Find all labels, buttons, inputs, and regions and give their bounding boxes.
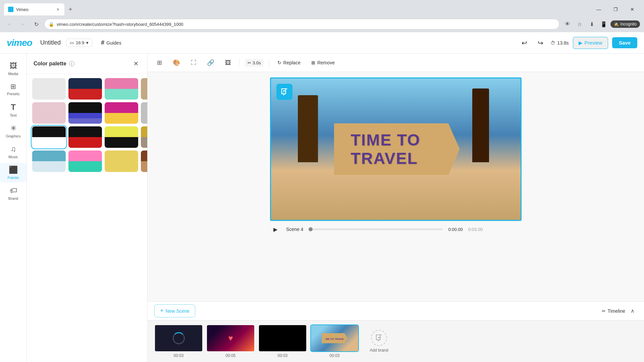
save-button[interactable]: Save bbox=[612, 37, 637, 48]
vimeo-favicon bbox=[8, 7, 13, 12]
add-brand-button[interactable]: Add brand bbox=[362, 324, 396, 358]
eye-off-icon[interactable]: 👁 bbox=[562, 19, 573, 29]
duration-display[interactable]: ✂ 3.0s bbox=[245, 59, 264, 67]
sidebar-item-media[interactable]: 🖼 Media bbox=[0, 59, 26, 78]
back-button[interactable]: ← bbox=[4, 19, 15, 29]
color-tool-button[interactable]: 🎨 bbox=[170, 58, 183, 68]
scene-thumb-1[interactable]: 00:03 bbox=[154, 324, 203, 358]
thumb-time-4: 00:03 bbox=[329, 353, 339, 358]
incognito-chip: 🕵 Incognito bbox=[610, 20, 640, 28]
video-overlay-button[interactable] bbox=[276, 84, 292, 100]
replace-icon: ↻ bbox=[277, 60, 281, 65]
timeline-bar[interactable] bbox=[309, 228, 443, 230]
link-tool-button[interactable]: 🔗 bbox=[204, 58, 217, 68]
scene-controls: ▶ Scene 4 0:00.00 0:03.00 bbox=[270, 221, 522, 237]
sidebar-item-text[interactable]: T Text bbox=[0, 100, 26, 120]
panel-title: Color palette i bbox=[34, 61, 74, 67]
info-icon[interactable]: i bbox=[69, 61, 74, 66]
palette-swatch-s6[interactable] bbox=[68, 102, 102, 124]
palette-swatch-s5[interactable] bbox=[32, 102, 66, 124]
vimeo-logo: vimeo bbox=[7, 38, 32, 48]
color-palette-grid bbox=[27, 74, 147, 176]
thumb-img-4: ME TO TRAVE bbox=[310, 324, 359, 352]
sidebar-item-graphics[interactable]: ✳ Graphics bbox=[0, 121, 26, 141]
play-button[interactable]: ▶ bbox=[270, 224, 281, 235]
palette-swatch-s15[interactable] bbox=[105, 150, 138, 172]
toolbar-divider-1 bbox=[239, 59, 239, 67]
new-scene-button[interactable]: + New Scene bbox=[154, 304, 195, 317]
tab-close-btn[interactable]: ✕ bbox=[55, 7, 60, 12]
forward-button[interactable]: → bbox=[17, 19, 28, 29]
palette-swatch-s12[interactable] bbox=[141, 126, 148, 148]
presets-label: Presets bbox=[7, 92, 19, 96]
color-palette-panel: Color palette i ✕ bbox=[27, 54, 148, 362]
maximize-button[interactable]: ❐ bbox=[608, 4, 623, 15]
download-icon[interactable]: ⬇ bbox=[586, 19, 597, 29]
palette-swatch-s13[interactable] bbox=[32, 150, 66, 172]
canvas-scene-area: TIME TO TRAVEL bbox=[148, 72, 644, 301]
palette-swatch-s7[interactable] bbox=[105, 102, 138, 124]
sidebar-item-presets[interactable]: ⊞ Presets bbox=[0, 80, 26, 99]
palette-swatch-s1[interactable] bbox=[32, 78, 66, 100]
collapse-button[interactable]: ∧ bbox=[628, 306, 637, 316]
address-bar[interactable]: 🔒 vimeo.com/create/customize?hash=storyb… bbox=[44, 19, 559, 29]
palette-swatch-s11[interactable] bbox=[105, 126, 138, 148]
refresh-button[interactable]: ↻ bbox=[31, 19, 42, 29]
main-content: ⊞ 🎨 ⛶ 🔗 🖼 ✂ 3.0s bbox=[148, 54, 644, 362]
replace-button[interactable]: ↻ Replace bbox=[275, 59, 303, 67]
image-icon: 🖼 bbox=[225, 59, 231, 66]
palette-swatch-s3[interactable] bbox=[105, 78, 138, 100]
strip-top-row: + New Scene ✂ Timeline ∧ bbox=[148, 301, 644, 320]
travel-text: TIME TO TRAVEL bbox=[351, 131, 421, 167]
play-icon: ▶ bbox=[273, 226, 277, 233]
video-preview[interactable]: TIME TO TRAVEL bbox=[270, 77, 522, 221]
thumb-time-2: 00:05 bbox=[225, 353, 235, 358]
close-window-button[interactable]: ✕ bbox=[625, 4, 640, 15]
palette-swatch-s14[interactable] bbox=[68, 150, 102, 172]
thumb-img-1 bbox=[154, 324, 203, 352]
fullscreen-tool-button[interactable]: ⛶ bbox=[188, 58, 199, 67]
aspect-ratio-selector[interactable]: ▭ 16:9 ▾ bbox=[66, 39, 92, 47]
scene-thumb-4[interactable]: ME TO TRAVE 00:03 bbox=[310, 324, 359, 358]
palette-swatch-s8[interactable] bbox=[141, 102, 148, 124]
palette-swatch-s9[interactable] bbox=[32, 126, 66, 148]
thumb-dark-1 bbox=[155, 325, 202, 351]
undo-button[interactable]: ↩ bbox=[518, 37, 530, 49]
palette-swatch-s16[interactable] bbox=[141, 150, 148, 172]
project-title[interactable]: Untitled bbox=[40, 39, 61, 46]
browser-tab-active[interactable]: Vimeo ✕ bbox=[4, 3, 64, 15]
browser-titlebar: Vimeo ✕ + — ❐ ✕ bbox=[0, 0, 644, 16]
thumb-img-2: ♥ bbox=[206, 324, 255, 352]
app-body: 🖼 Media ⊞ Presets T Text ✳ Graphics ♫ Mu… bbox=[0, 54, 644, 362]
image-tool-button[interactable]: 🖼 bbox=[222, 58, 234, 68]
scene-thumb-2[interactable]: ♥ 00:05 bbox=[206, 324, 255, 358]
preview-button[interactable]: ▶ Preview bbox=[573, 37, 608, 49]
scene-thumb-3[interactable]: 00:03 bbox=[258, 324, 307, 358]
palette-swatch-s4[interactable] bbox=[141, 78, 148, 100]
palette-swatch-s10[interactable] bbox=[68, 126, 102, 148]
scene-thumbnails-row: 00:03 ♥ 00:05 bbox=[148, 320, 644, 362]
minimize-button[interactable]: — bbox=[591, 4, 606, 15]
svg-point-0 bbox=[9, 8, 12, 11]
sidebar-item-palette[interactable]: ⬛ Palette bbox=[0, 163, 26, 182]
tablet-icon[interactable]: 📱 bbox=[598, 19, 609, 29]
timer-display: ⏱ 13.8s bbox=[550, 40, 569, 46]
sidebar-item-music[interactable]: ♫ Music bbox=[0, 142, 26, 162]
panel-close-button[interactable]: ✕ bbox=[131, 59, 141, 68]
url-text: vimeo.com/create/customize?hash=storyboa… bbox=[57, 22, 555, 27]
graphics-icon: ✳ bbox=[10, 124, 16, 133]
timeline-toggle[interactable]: ✂ Timeline bbox=[599, 307, 628, 315]
tab-title: Vimeo bbox=[16, 7, 52, 12]
browser-toolbar: ← → ↻ 🔒 vimeo.com/create/customize?hash=… bbox=[0, 16, 644, 32]
video-placeholder: TIME TO TRAVEL bbox=[271, 78, 522, 220]
guides-button[interactable]: # Guides bbox=[98, 38, 124, 48]
palette-swatch-s2[interactable] bbox=[68, 78, 102, 100]
bookmark-icon[interactable]: ☆ bbox=[574, 19, 585, 29]
remove-button[interactable]: ⊠ Remove bbox=[309, 59, 337, 67]
sidebar-item-brand[interactable]: 🏷 Brand bbox=[0, 184, 26, 203]
new-tab-button[interactable]: + bbox=[66, 5, 75, 14]
redo-button[interactable]: ↪ bbox=[534, 37, 546, 49]
timeline-dot bbox=[309, 227, 313, 231]
layout-tool-button[interactable]: ⊞ bbox=[154, 58, 165, 68]
palette-row-1 bbox=[32, 78, 142, 100]
